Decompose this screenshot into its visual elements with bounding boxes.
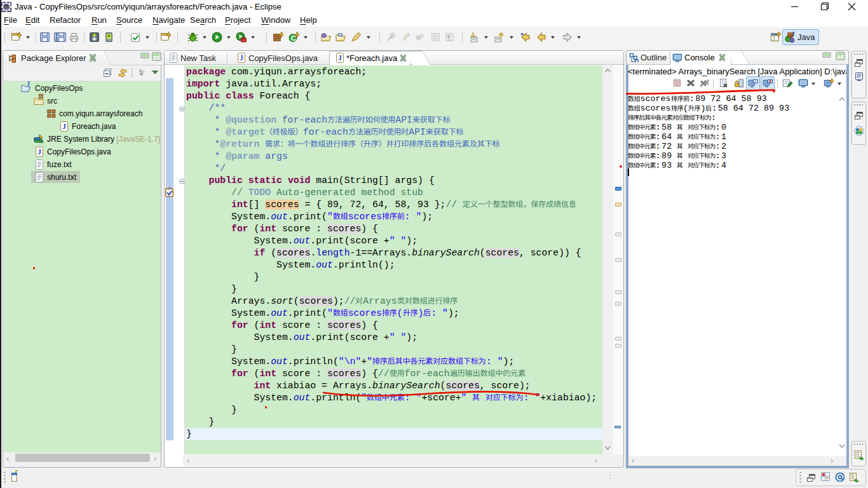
svg-text:J: J	[27, 80, 30, 86]
svg-text:¶: ¶	[447, 34, 451, 42]
